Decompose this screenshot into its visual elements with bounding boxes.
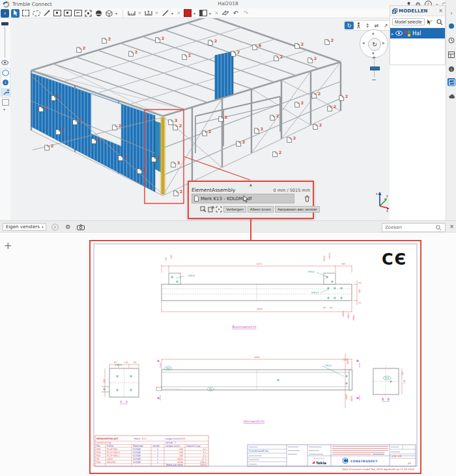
document-marker-icon[interactable] (129, 52, 134, 57)
document-marker-icon[interactable] (312, 93, 317, 98)
document-marker-icon[interactable] (313, 125, 318, 130)
document-marker-icon[interactable] (253, 45, 257, 50)
hide-button[interactable]: Verbergen (223, 206, 246, 213)
document-marker-icon[interactable] (236, 141, 241, 147)
trash-icon[interactable] (304, 195, 310, 202)
views-dropdown[interactable]: Eigen vensters ▾ (3, 223, 46, 231)
document-marker-icon[interactable] (152, 157, 156, 162)
status-dot-icon[interactable] (448, 22, 455, 30)
visibility-icon[interactable] (1, 60, 8, 67)
paint-elements-icon[interactable] (200, 205, 207, 213)
export-element-icon[interactable] (208, 205, 214, 213)
zoom-in-icon[interactable]: + (371, 55, 377, 60)
zoom-track[interactable] (374, 60, 375, 77)
document-marker-icon[interactable] (73, 120, 78, 125)
document-marker-icon[interactable] (92, 139, 96, 144)
document-marker-icon[interactable] (308, 58, 313, 63)
nav-orbit-icon[interactable]: ↻ (368, 38, 381, 51)
document-marker-icon[interactable] (255, 128, 259, 134)
measure-horizontal-icon[interactable] (127, 9, 135, 18)
document-marker-icon[interactable] (169, 120, 173, 125)
color-swatch-icon[interactable] (183, 9, 192, 18)
select-tool-button[interactable] (11, 9, 20, 18)
back-button[interactable]: ‹ (1, 9, 9, 18)
snapshot-camera-icon[interactable] (76, 223, 85, 231)
search-close-icon[interactable]: × (449, 224, 454, 230)
add-selection-icon[interactable] (426, 19, 433, 25)
markup-pen-icon[interactable] (42, 9, 51, 18)
document-marker-icon[interactable] (287, 138, 292, 143)
document-marker-icon[interactable] (77, 48, 81, 53)
view-mode-icon[interactable] (94, 9, 103, 18)
cube-dropdown-caret[interactable]: ▾ (115, 11, 119, 16)
redo-icon[interactable]: ↷ (242, 9, 250, 18)
document-marker-icon[interactable] (219, 117, 223, 122)
detail-slider-track[interactable] (5, 26, 5, 57)
undo-icon[interactable]: ↶ (231, 9, 240, 18)
clip-plane-icon[interactable] (221, 9, 229, 18)
model-select-button[interactable]: Model selectie (392, 18, 425, 25)
zoom-out-icon[interactable]: − (371, 77, 377, 82)
fullscreen-icon[interactable]: ↗ (381, 22, 390, 29)
history-clock-icon[interactable] (448, 37, 455, 44)
attachment-bar[interactable]: Merk K13 - KOLOM.pdf (192, 194, 294, 203)
document-marker-icon[interactable] (295, 102, 300, 108)
document-marker-icon[interactable] (171, 162, 176, 168)
cube-projection-icon[interactable] (105, 9, 113, 18)
document-marker-icon[interactable] (113, 125, 117, 130)
color-dropdown-caret[interactable]: ▾ (193, 11, 197, 16)
document-marker-icon[interactable] (270, 115, 275, 121)
measure-clear-icon[interactable]: × (137, 10, 142, 16)
zoom-handle[interactable] (370, 67, 380, 70)
document-marker-icon[interactable] (273, 152, 278, 157)
left-extra-icon[interactable] (2, 99, 9, 106)
document-marker-icon[interactable] (51, 96, 56, 101)
document-marker-icon[interactable] (119, 156, 123, 161)
attachments-icon[interactable] (448, 78, 455, 86)
document-marker-icon[interactable] (325, 40, 330, 45)
fit-element-icon[interactable] (216, 205, 222, 213)
document-marker-icon[interactable] (208, 40, 213, 46)
view-frame3-icon[interactable] (74, 9, 82, 18)
lasso-select-icon[interactable] (32, 9, 40, 18)
search-magnifier-icon[interactable] (436, 225, 442, 231)
box-tool-icon[interactable] (2, 69, 9, 76)
cloud-icon[interactable] (448, 93, 455, 100)
measure2-clear-icon[interactable]: × (154, 10, 159, 16)
info-tool-icon[interactable]: i (2, 79, 9, 86)
view-frame2-icon[interactable] (63, 9, 72, 18)
view-frame-icon[interactable] (53, 9, 61, 18)
document-marker-icon[interactable] (339, 96, 344, 101)
left-collapse-caret[interactable]: ▾ (3, 107, 5, 112)
wrench-tool-icon[interactable] (1, 88, 10, 97)
split-view-icon[interactable] (199, 9, 207, 18)
nav-left-icon[interactable]: ◂ (362, 40, 365, 46)
collapse-chevron-icon[interactable]: › (448, 9, 455, 17)
document-marker-icon[interactable] (274, 56, 279, 61)
measure-vertical-icon[interactable] (144, 9, 152, 18)
model-row-hal[interactable]: ▸ Hal (390, 28, 445, 38)
add-tab-icon[interactable]: + (4, 240, 12, 252)
nav-up-icon[interactable]: ▴ (372, 31, 375, 36)
document-marker-icon[interactable] (203, 131, 207, 136)
view-settings-gear-icon[interactable]: ⚙ (63, 223, 72, 231)
document-marker-icon[interactable] (182, 55, 187, 60)
document-marker-icon[interactable] (295, 44, 300, 49)
info-circle-icon[interactable]: i (448, 65, 455, 73)
panel-close-icon[interactable]: × (438, 8, 443, 14)
split-clear-icon[interactable]: × (214, 10, 219, 16)
draw-line-icon[interactable] (161, 9, 169, 18)
search-icon[interactable] (436, 19, 443, 25)
zoom-extents-icon[interactable] (84, 9, 93, 18)
color-palette-icon[interactable] (192, 205, 199, 213)
line-dropdown-caret[interactable]: ▾ (171, 11, 175, 16)
document-marker-icon[interactable] (56, 130, 61, 135)
expand-caret-icon[interactable]: ▸ (392, 31, 393, 36)
document-marker-icon[interactable] (102, 38, 107, 44)
document-marker-icon[interactable] (231, 52, 236, 57)
elevation-tool-icon[interactable]: ↕ (363, 22, 372, 29)
views-icon[interactable] (448, 51, 455, 59)
document-marker-icon[interactable] (45, 145, 50, 151)
document-marker-icon[interactable] (39, 107, 44, 112)
document-marker-icon[interactable] (156, 38, 160, 43)
